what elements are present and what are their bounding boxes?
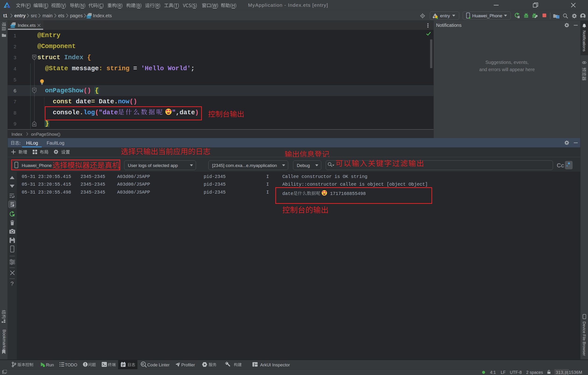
svg-text:ETS: ETS	[10, 25, 15, 28]
svg-text:ETS: ETS	[87, 16, 91, 19]
